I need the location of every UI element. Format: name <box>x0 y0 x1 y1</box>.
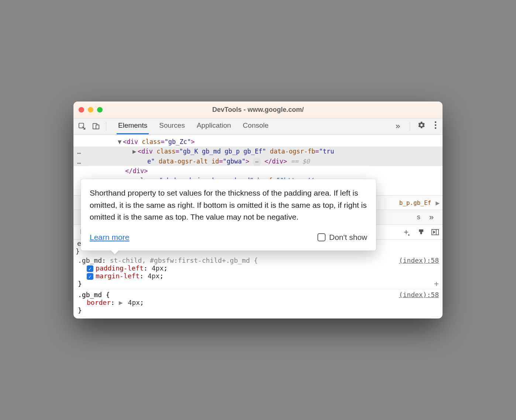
style-rule[interactable]: .gb_md: st-child, #gbsfw:first-child+.gb… <box>73 255 443 289</box>
svg-rect-2 <box>96 125 99 129</box>
expand-toggle-icon[interactable]: ▶ <box>133 147 138 156</box>
css-property[interactable]: ✓margin-left: 4px; <box>78 272 438 280</box>
add-property-icon[interactable]: + <box>434 279 439 288</box>
close-window-button[interactable] <box>79 107 84 113</box>
tooltip-text: Shorthand property to set values for the… <box>90 187 367 223</box>
dont-show-option[interactable]: Don't show <box>317 231 367 244</box>
tab-application[interactable]: Application <box>195 118 233 134</box>
dom-node-close[interactable]: </div> <box>73 166 443 176</box>
expand-shorthand-icon[interactable]: ▶ <box>119 299 124 306</box>
device-toggle-icon[interactable] <box>90 120 102 132</box>
toolbar-divider <box>106 122 106 131</box>
tab-sources[interactable]: Sources <box>158 118 186 134</box>
breadcrumb-fragment[interactable]: b_p.gb_Ef <box>399 199 431 206</box>
more-tabs-button[interactable]: » <box>390 121 406 131</box>
styles-pane: .gb_md: st-child, #gbsfw:first-child+.gb… <box>73 255 443 319</box>
expand-toggle-icon[interactable]: ▼ <box>118 137 123 147</box>
dont-show-label: Don't show <box>329 231 367 244</box>
console-ref: == $0 <box>291 158 310 165</box>
dont-show-checkbox[interactable] <box>317 233 326 241</box>
main-toolbar: Elements Sources Application Console » <box>73 118 443 135</box>
svg-point-5 <box>435 127 436 129</box>
rule-close-brace: } <box>78 306 438 314</box>
settings-gear-icon[interactable] <box>414 121 429 131</box>
property-toggle-checkbox[interactable]: ✓ <box>87 273 93 280</box>
rule-selector[interactable]: .gb_md: st-child, #gbsfw:first-child+.gb… <box>78 257 258 264</box>
rule-close-brace: } <box>78 280 438 288</box>
toolbar-divider <box>410 122 410 131</box>
main-tabs: Elements Sources Application Console <box>110 118 388 134</box>
property-toggle-checkbox[interactable]: ✓ <box>87 265 93 272</box>
add-rule-icon[interactable]: ▸ <box>403 228 412 237</box>
tab-fragment[interactable]: s <box>417 213 423 221</box>
dom-node[interactable]: ▼<div class="gb_Zc"> <box>73 137 443 147</box>
rule-selector[interactable]: .gb_md { <box>78 291 110 299</box>
ellipsis-badge[interactable]: ⋯ <box>253 158 261 166</box>
tab-console[interactable]: Console <box>241 118 270 134</box>
more-styles-tabs-button[interactable]: » <box>423 213 440 222</box>
dom-node-selected[interactable]: ▶<div class="gb_K gb_md gb_p gb_Ef" data… <box>73 147 443 156</box>
devtools-window: DevTools - www.google.com/ Elements Sour… <box>73 101 443 319</box>
window-title: DevTools - www.google.com/ <box>73 106 443 114</box>
breadcrumb-scroll-right-icon[interactable]: ▶ <box>436 199 440 207</box>
kebab-menu-icon[interactable] <box>431 121 440 131</box>
paint-brush-icon[interactable] <box>417 228 426 237</box>
rule-source-link[interactable]: (index):58 <box>399 291 439 299</box>
style-rule[interactable]: .gb_md { (index):58 border: ▶ 4px; } <box>73 289 443 316</box>
tab-elements[interactable]: Elements <box>117 118 149 134</box>
toggle-sidebar-icon[interactable] <box>431 228 440 237</box>
minimize-window-button[interactable] <box>88 107 93 113</box>
rule-source-link[interactable]: (index):58 <box>399 257 439 264</box>
svg-point-4 <box>435 124 436 126</box>
css-property-tooltip: Shorthand property to set values for the… <box>81 179 376 251</box>
learn-more-link[interactable]: Learn more <box>90 231 129 244</box>
svg-point-3 <box>435 121 436 123</box>
maximize-window-button[interactable] <box>97 107 103 113</box>
css-property[interactable]: ✓padding-left: 4px; <box>78 264 438 272</box>
inspect-element-icon[interactable] <box>76 120 88 132</box>
titlebar: DevTools - www.google.com/ <box>73 101 443 118</box>
css-property[interactable]: border: ▶ 4px; <box>78 299 438 306</box>
dom-node-selected-cont[interactable]: e" data-ogsr-alt id="gbwa"> ⋯ </div> == … <box>73 156 443 166</box>
traffic-lights <box>79 107 103 113</box>
